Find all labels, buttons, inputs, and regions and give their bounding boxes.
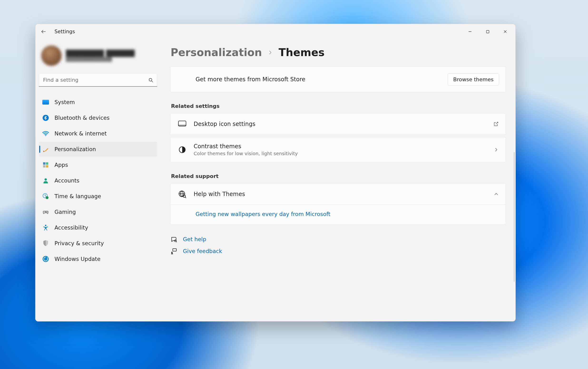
breadcrumb: Personalization Themes <box>170 46 506 59</box>
row-help-with-themes[interactable]: Help with Themes <box>170 184 506 205</box>
paintbrush-icon <box>42 146 49 153</box>
svg-point-15 <box>46 196 49 199</box>
sidebar-item-personalization[interactable]: Personalization <box>39 142 157 157</box>
section-title-related-support: Related support <box>171 173 506 179</box>
link-get-help[interactable]: Get help <box>183 236 206 242</box>
external-link-icon <box>493 121 499 127</box>
sidebar-item-label: System <box>54 99 75 105</box>
store-text: Get more themes from Microsoft Store <box>196 76 305 83</box>
row-title: Help with Themes <box>194 191 487 198</box>
svg-line-6 <box>152 81 153 82</box>
sidebar-item-time-language[interactable]: Time & language <box>39 189 157 204</box>
update-icon <box>42 255 49 263</box>
clock-globe-icon <box>42 193 49 200</box>
navigation: System Bluetooth & devices Network & int… <box>39 93 157 266</box>
sidebar-item-label: Network & internet <box>54 130 107 137</box>
row-desktop-icon-settings[interactable]: Desktop icon settings <box>170 113 506 135</box>
apps-icon <box>42 161 49 169</box>
sidebar-item-bluetooth[interactable]: Bluetooth & devices <box>39 110 157 125</box>
svg-rect-28 <box>173 249 176 251</box>
sidebar-item-label: Accessibility <box>54 225 88 231</box>
breadcrumb-parent[interactable]: Personalization <box>170 46 262 59</box>
store-themes-card: Get more themes from Microsoft Store Bro… <box>170 67 506 92</box>
person-icon <box>42 177 49 184</box>
svg-rect-2 <box>486 30 489 33</box>
search-icon <box>148 78 153 83</box>
svg-rect-11 <box>43 165 45 168</box>
wifi-icon <box>42 130 49 137</box>
minimize-icon <box>468 30 472 33</box>
shield-icon <box>42 240 49 247</box>
accessibility-icon <box>42 224 49 231</box>
svg-rect-12 <box>46 165 48 168</box>
profile-block[interactable]: ████████ ██████ ██████████████ <box>39 42 157 72</box>
sidebar-item-label: Apps <box>54 162 68 168</box>
row-title: Contrast themes <box>194 143 487 150</box>
sidebar-item-label: Privacy & security <box>54 240 104 246</box>
system-icon <box>42 99 49 106</box>
sidebar-item-gaming[interactable]: Gaming <box>39 205 157 219</box>
sidebar-item-label: Bluetooth & devices <box>54 115 110 121</box>
sidebar-item-label: Gaming <box>54 209 76 215</box>
back-button[interactable] <box>40 28 47 35</box>
sidebar-item-label: Time & language <box>54 193 101 199</box>
contrast-icon <box>178 145 187 154</box>
svg-point-13 <box>44 178 47 180</box>
link-give-feedback[interactable]: Give feedback <box>183 248 222 254</box>
svg-point-18 <box>45 225 46 226</box>
close-button[interactable] <box>496 25 514 38</box>
get-help-icon <box>170 235 178 243</box>
link-getting-wallpapers[interactable]: Getting new wallpapers every day from Mi… <box>196 211 330 217</box>
close-icon <box>503 30 507 33</box>
content-area: Personalization Themes Get more themes f… <box>161 39 515 321</box>
svg-point-8 <box>45 135 46 136</box>
settings-window: Settings ████████ ██████ ██████████████ <box>35 24 516 321</box>
svg-point-29 <box>171 252 173 253</box>
feedback-icon <box>170 247 178 255</box>
svg-line-27 <box>176 241 177 242</box>
desktop-icon <box>178 119 187 129</box>
svg-point-17 <box>47 212 48 213</box>
chevron-right-icon <box>268 50 273 55</box>
sidebar-item-label: Windows Update <box>54 256 100 262</box>
chevron-up-icon <box>494 192 499 197</box>
sidebar-item-privacy[interactable]: Privacy & security <box>39 236 157 251</box>
svg-rect-10 <box>46 162 48 165</box>
titlebar: Settings <box>35 24 515 39</box>
gamepad-icon <box>42 208 49 216</box>
help-themes-card: Help with Themes Getting new wallpapers … <box>170 183 506 225</box>
sidebar-item-network[interactable]: Network & internet <box>39 126 157 141</box>
svg-line-25 <box>185 197 186 198</box>
app-title: Settings <box>54 29 75 34</box>
svg-point-16 <box>47 211 47 212</box>
sidebar-item-label: Personalization <box>54 146 96 152</box>
sidebar-item-apps[interactable]: Apps <box>39 158 157 172</box>
maximize-button[interactable] <box>479 25 496 38</box>
maximize-icon <box>486 30 490 33</box>
sidebar-item-label: Accounts <box>54 178 79 184</box>
minimize-button[interactable] <box>461 25 479 38</box>
browse-themes-button[interactable]: Browse themes <box>448 73 499 86</box>
search-field[interactable] <box>39 73 157 87</box>
row-subtitle: Color themes for low vision, light sensi… <box>194 151 487 156</box>
back-arrow-icon <box>41 29 46 34</box>
row-title: Desktop icon settings <box>194 121 487 127</box>
avatar <box>41 45 62 66</box>
sidebar-item-accessibility[interactable]: Accessibility <box>39 220 157 235</box>
bluetooth-icon <box>42 114 49 121</box>
row-contrast-themes[interactable]: Contrast themes Color themes for low vis… <box>170 137 506 162</box>
globe-search-icon <box>178 189 187 199</box>
help-expanded-content: Getting new wallpapers every day from Mi… <box>170 205 506 224</box>
footer-links: Get help Give feedback <box>170 235 506 255</box>
chevron-right-icon <box>494 147 499 152</box>
window-controls <box>461 25 514 38</box>
sidebar-item-windows-update[interactable]: Windows Update <box>39 252 157 266</box>
scrollbar[interactable] <box>514 152 514 282</box>
svg-rect-9 <box>43 162 45 165</box>
breadcrumb-current: Themes <box>279 46 325 59</box>
search-input[interactable] <box>39 73 157 87</box>
profile-text: ████████ ██████ ██████████████ <box>66 50 135 62</box>
sidebar-item-system[interactable]: System <box>39 95 157 110</box>
sidebar-item-accounts[interactable]: Accounts <box>39 173 157 188</box>
sidebar: ████████ ██████ ██████████████ System <box>35 39 161 321</box>
